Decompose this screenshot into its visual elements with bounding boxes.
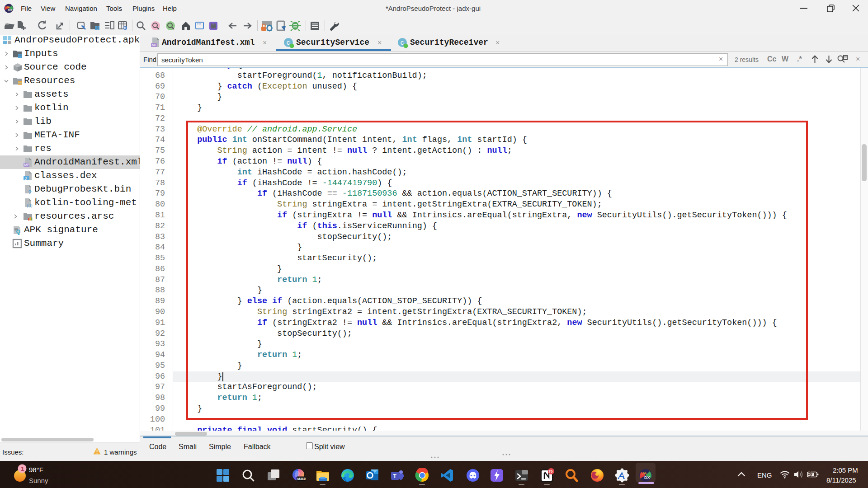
svg-text:JA: JA	[6, 5, 10, 9]
svg-text:{0}: {0}	[27, 203, 33, 208]
svg-text:MF: MF	[151, 43, 157, 47]
svg-text:T: T	[393, 473, 397, 479]
svg-text:M365: M365	[297, 477, 306, 481]
svg-text:?: ?	[28, 189, 32, 195]
svg-text:J: J	[24, 176, 27, 181]
svg-text:M: M	[211, 23, 216, 29]
svg-text:MF: MF	[24, 163, 29, 167]
svg-text:70: 70	[549, 469, 553, 474]
svg-text:DX: DX	[8, 9, 13, 12]
svg-text:DX: DX	[644, 475, 650, 480]
svg-text:JA: JA	[642, 471, 647, 475]
svg-text:1: 1	[21, 465, 24, 472]
